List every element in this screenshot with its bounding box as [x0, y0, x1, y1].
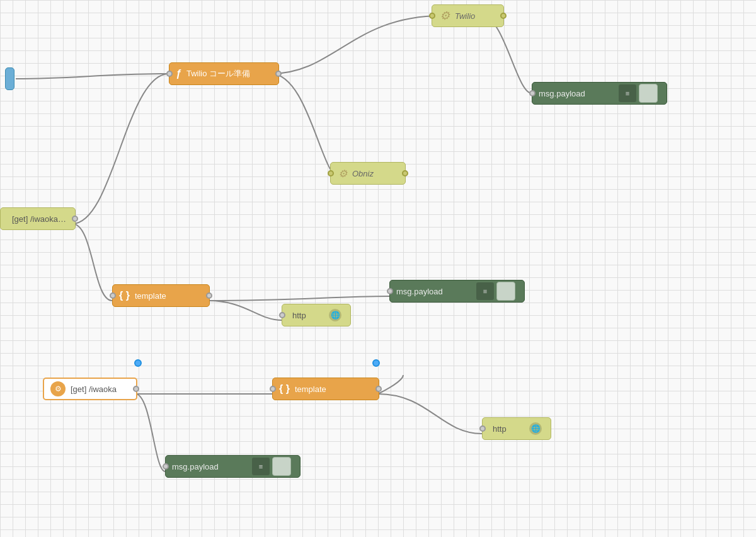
http1-port-left — [279, 312, 285, 318]
square-btn-top[interactable] — [639, 84, 658, 103]
template1-label: template — [135, 291, 200, 301]
msg-payload-mid-port-left — [387, 288, 393, 294]
template1-port-right — [206, 292, 212, 299]
get-iwaoka-node[interactable]: ⚙ [get] /iwaoka — [43, 378, 137, 400]
msg-payload-top-label: msg.payload — [539, 89, 615, 98]
globe-icon-2: 🌐 — [529, 422, 542, 435]
msg-payload-top-port-left — [529, 90, 536, 96]
http2-port-left — [479, 425, 486, 432]
square-btn-bot[interactable] — [272, 457, 291, 476]
msg-icon-top: ≡ — [619, 84, 636, 102]
get-iwaoka-req-label: [get] /iwaokaReq — [7, 214, 66, 224]
template2-port-left — [270, 386, 276, 392]
obniz-node[interactable]: ⚙ Obniz — [330, 162, 406, 185]
http2-node[interactable]: http 🌐 — [482, 417, 551, 440]
msg-payload-bot-node[interactable]: msg.payload ≡ — [165, 455, 301, 478]
input-node[interactable] — [5, 67, 14, 90]
blue-dot-template2 — [372, 359, 380, 367]
blue-dot-iwaoka — [134, 359, 142, 367]
msg-icon-bot: ≡ — [252, 458, 270, 475]
obniz-port-right — [402, 170, 408, 176]
template2-port-right — [375, 386, 382, 392]
msg-payload-mid-label: msg.payload — [396, 287, 472, 296]
twilio-prep-port-left — [166, 71, 173, 77]
flow-canvas[interactable]: ƒ Twilio コール準備 ⚙ Twilio msg.payload ≡ ⚙ … — [0, 0, 756, 537]
msg-payload-bot-label: msg.payload — [172, 462, 248, 471]
template1-node[interactable]: { } template — [112, 284, 210, 307]
msg-payload-mid-node[interactable]: msg.payload ≡ — [389, 280, 525, 303]
obniz-port-left — [328, 170, 334, 176]
square-btn-mid[interactable] — [496, 282, 515, 301]
twilio-top-port-right — [500, 13, 507, 19]
wire-layer — [0, 0, 756, 537]
template1-icon: { } — [119, 290, 130, 301]
globe-icon-1: 🌐 — [329, 309, 341, 321]
msg-payload-bot-port-left — [163, 463, 169, 470]
http1-node[interactable]: http 🌐 — [282, 304, 351, 326]
msg-icon-mid: ≡ — [476, 282, 494, 300]
http1-label: http — [289, 311, 325, 320]
get-iwaoka-req-node[interactable]: [get] /iwaokaReq — [0, 207, 76, 230]
twilio-top-port-left — [429, 13, 435, 19]
http2-label: http — [489, 424, 525, 434]
twilio-prep-port-right — [275, 71, 282, 77]
msg-payload-top-node[interactable]: msg.payload ≡ — [532, 82, 667, 105]
get-iwaoka-label: [get] /iwaoka — [71, 384, 127, 394]
twilio-prep-label: Twilio コール準備 — [186, 68, 270, 79]
template2-label: template — [295, 384, 370, 394]
func-icon: ƒ — [176, 68, 181, 79]
get-iwaoka-port-right — [133, 386, 139, 392]
twilio-top-label: Twilio — [455, 11, 496, 21]
template2-icon: { } — [279, 383, 290, 395]
template2-node[interactable]: { } template — [272, 378, 379, 400]
twilio-prep-node[interactable]: ƒ Twilio コール準備 — [169, 62, 279, 85]
twilio-top-node[interactable]: ⚙ Twilio — [432, 4, 504, 27]
obniz-label: Obniz — [352, 169, 398, 178]
get-iwaoka-req-port-right — [72, 216, 78, 222]
template1-port-left — [110, 292, 116, 299]
